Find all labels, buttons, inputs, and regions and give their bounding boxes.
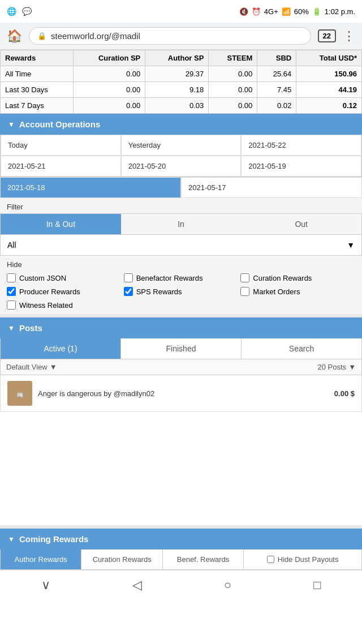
posts-count[interactable]: 20 Posts ▼ [318,363,356,371]
posts-count-label: 20 Posts [318,363,347,371]
table-row: All Time 0.00 29.37 0.00 25.64 150.96 [1,66,362,82]
checkbox-market-orders-label: Market Orders [253,287,300,296]
checkbox-curation-rewards-label: Curation Rewards [253,274,312,282]
nav-square-icon[interactable]: □ [313,578,321,593]
checkbox-benefactor-rewards[interactable]: Benefactor Rewards [124,273,239,282]
coming-rewards-arrow-icon: ▼ [8,535,15,543]
account-operations-header: ▼ Account Operations [0,114,362,135]
date-cell-2021-05-19[interactable]: 2021-05-19 [241,156,361,177]
checkbox-benefactor-rewards-input[interactable] [124,273,133,282]
view-select-arrow-icon: ▼ [50,363,57,371]
date-row-last[interactable]: 2021-05-18 2021-05-17 [0,177,362,198]
hide-dust-checkbox[interactable] [267,556,274,563]
date-grid[interactable]: Today Yesterday 2021-05-22 2021-05-21 20… [0,135,362,177]
coming-tab-benef[interactable]: Benef. Rewards [163,549,244,569]
table-row: Last 7 Days 0.00 0.03 0.00 0.02 0.12 [1,98,362,114]
checkbox-sps-rewards-input[interactable] [124,287,133,296]
checkbox-market-orders[interactable]: Market Orders [240,287,355,296]
checkboxes-grid: Custom JSON Benefactor Rewards Curation … [7,273,355,310]
posts-tab-finished[interactable]: Finished [121,338,242,359]
checkbox-producer-rewards-label: Producer Rewards [19,287,80,296]
row-curation: 0.00 [74,98,145,114]
coming-rewards-tabs[interactable]: Author Rewards Curation Rewards Benef. R… [0,549,362,570]
filter-tab-in[interactable]: In [121,214,242,234]
browser-bar: 🏠 🔒 steemworld.org/@madil 22 ⋮ [0,23,362,50]
view-controls: Default View ▼ 20 Posts ▼ [0,359,362,375]
row-label: All Time [1,66,74,82]
svg-text:📰: 📰 [17,392,24,398]
more-icon[interactable]: ⋮ [343,29,355,44]
tab-count[interactable]: 22 [318,29,336,42]
coming-tab-author[interactable]: Author Rewards [1,549,81,569]
dropdown-arrow-icon: ▼ [347,241,355,250]
date-cell-2021-05-20[interactable]: 2021-05-20 [121,156,242,177]
checkbox-custom-json-label: Custom JSON [19,274,66,282]
filter-tab-out[interactable]: Out [241,214,361,234]
post-item[interactable]: 📰 Anger is dangerous by @madilyn02 0.00 … [0,375,362,412]
status-left-icons: 🌐 💬 [7,7,32,16]
checkbox-custom-json-input[interactable] [7,273,16,282]
row-author: 29.37 [145,66,209,82]
row-steem: 0.00 [209,82,257,98]
battery-label: 60% [294,7,309,16]
coming-tab-hide-dust[interactable]: Hide Dust Payouts [244,549,361,569]
post-title: Anger is dangerous by @madilyn02 [38,389,329,398]
section-arrow-icon: ▼ [8,121,15,128]
coming-tab-curation[interactable]: Curation Rewards [81,549,162,569]
status-right-info: 🔇 ⏰ 4G+ 📶 60% 🔋 1:02 p.m. [239,7,355,16]
posts-tab-search[interactable]: Search [242,338,361,359]
checkbox-producer-rewards[interactable]: Producer Rewards [7,287,122,296]
nav-back-icon[interactable]: ◁ [132,578,142,593]
address-bar[interactable]: 🔒 steemworld.org/@madil [29,27,311,45]
posts-tabs[interactable]: Active (1) Finished Search [0,338,362,359]
hide-label: Hide [7,260,355,269]
filter-tab-in-out[interactable]: In & Out [1,214,121,234]
nav-collapse-icon[interactable]: ∨ [41,578,50,593]
lock-icon: 🔒 [37,32,46,40]
hide-dust-label: Hide Dust Payouts [278,555,339,564]
post-thumb-svg: 📰 [7,381,32,406]
section-title: Account Operations [19,119,100,129]
date-cell-2021-05-21[interactable]: 2021-05-21 [1,156,121,177]
date-cell-yesterday[interactable]: Yesterday [121,135,242,156]
alarm-icon: ⏰ [252,7,261,16]
row-steem: 0.00 [209,98,257,114]
view-select[interactable]: Default View ▼ [6,363,57,371]
date-cell-today[interactable]: Today [1,135,121,156]
home-icon[interactable]: 🏠 [7,29,22,44]
checkbox-market-orders-input[interactable] [240,287,249,296]
checkbox-curation-rewards[interactable]: Curation Rewards [240,273,355,282]
row-label: Last 30 Days [1,82,74,98]
row-sbd: 0.02 [257,98,296,114]
date-cell-2021-05-22[interactable]: 2021-05-22 [241,135,361,156]
row-sbd: 25.64 [257,66,296,82]
row-curation: 0.00 [74,82,145,98]
nav-home-icon[interactable]: ○ [224,578,231,593]
posts-count-arrow-icon: ▼ [348,363,356,371]
checkbox-curation-rewards-input[interactable] [240,273,249,282]
all-dropdown-label: All [7,241,16,250]
posts-tab-active[interactable]: Active (1) [1,338,121,359]
checkbox-witness-related[interactable]: Witness Related [7,300,122,310]
date-cell-2021-05-17[interactable]: 2021-05-17 [181,177,362,198]
row-author: 0.03 [145,98,209,114]
col-author-sp: Author SP [145,50,209,66]
battery-icon: 🔋 [312,7,321,16]
row-total: 0.12 [296,98,362,114]
posts-section-arrow-icon: ▼ [8,324,15,332]
signal-icon: 📶 [282,7,291,16]
col-curation-sp: Curation SP [74,50,145,66]
all-dropdown[interactable]: All ▼ [0,235,362,256]
globe-icon: 🌐 [7,7,16,16]
view-select-label: Default View [6,363,48,371]
checkbox-custom-json[interactable]: Custom JSON [7,273,122,282]
date-cell-2021-05-18[interactable]: 2021-05-18 [0,177,181,198]
checkbox-producer-rewards-input[interactable] [7,287,16,296]
empty-space [0,412,362,525]
checkbox-witness-related-input[interactable] [7,300,16,310]
filter-tabs[interactable]: In & Out In Out [0,213,362,235]
col-steem: STEEM [209,50,257,66]
checkbox-sps-rewards[interactable]: SPS Rewards [124,287,239,296]
network-label: 4G+ [264,7,278,16]
checkbox-sps-rewards-label: SPS Rewards [136,287,182,296]
